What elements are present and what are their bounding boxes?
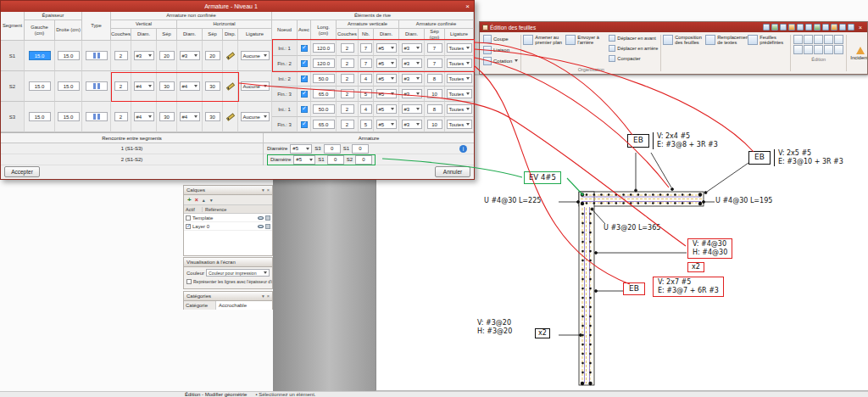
- rive-nb-input[interactable]: 4: [360, 74, 372, 83]
- confine-diam-select[interactable]: #3: [402, 59, 422, 68]
- vertical-couches-input[interactable]: 2: [114, 81, 128, 91]
- horizontal-diam-select[interactable]: #4: [180, 81, 200, 91]
- couleur-select[interactable]: Couleur pour impression: [206, 269, 270, 277]
- incidents-group[interactable]: Incidents: [848, 33, 867, 73]
- thickness-checkbox[interactable]: [186, 279, 192, 284]
- confine-sep-input[interactable]: 7: [427, 59, 442, 68]
- sheet-composition-button[interactable]: Composition des feuilles: [662, 33, 704, 73]
- confine-sep-input[interactable]: 7: [427, 43, 442, 53]
- circle-tool-icon[interactable]: [824, 35, 833, 44]
- rive-diam-select[interactable]: #5: [376, 59, 397, 68]
- confine-diam-select[interactable]: #3: [402, 43, 422, 53]
- collapse-icon[interactable]: ▾: [262, 187, 264, 193]
- disposition-edit-icon[interactable]: [225, 52, 234, 59]
- layer-active-checkbox[interactable]: [186, 224, 191, 229]
- rotate-tool-icon[interactable]: [834, 35, 843, 44]
- gauche-input[interactable]: 15.0: [29, 81, 51, 91]
- add-layer-icon[interactable]: +: [187, 196, 192, 204]
- mirror-tool-icon[interactable]: [814, 45, 823, 54]
- move-up-icon[interactable]: ▲: [202, 198, 206, 203]
- rive-couches-input[interactable]: 2: [341, 74, 354, 83]
- cancel-button[interactable]: Annuler: [435, 166, 470, 177]
- vertical-diam-select[interactable]: #4: [134, 112, 154, 121]
- titlebar-tool-icon[interactable]: [797, 24, 804, 31]
- rencontre-row-label[interactable]: 1 (S1-S3): [1, 143, 263, 154]
- droite-input[interactable]: 15.0: [58, 112, 80, 121]
- titlebar-tool-icon[interactable]: [831, 24, 837, 31]
- rencontre-value-input[interactable]: 0: [327, 155, 344, 165]
- layer-active-checkbox[interactable]: [186, 215, 191, 221]
- sheets-window-titlebar[interactable]: Édition des feuilles ×: [480, 22, 867, 32]
- disposition-edit-icon[interactable]: [225, 82, 234, 90]
- ligature-select[interactable]: Aucune: [241, 51, 270, 60]
- measure-tool-icon[interactable]: [834, 45, 843, 54]
- layer-row-template[interactable]: Template: [184, 214, 272, 222]
- horizontal-sep-input[interactable]: 20: [205, 51, 220, 60]
- move-backward-button[interactable]: Déplacer en arrière: [607, 43, 659, 53]
- liaison-button[interactable]: Liaison: [481, 44, 520, 55]
- rive-diam-select[interactable]: #5: [376, 43, 397, 53]
- titlebar-tool-icon[interactable]: [771, 24, 778, 31]
- confine-diam-select[interactable]: #3: [402, 120, 422, 129]
- send-to-back-button[interactable]: Envoyer à l'arrière: [565, 33, 607, 66]
- layer-row-layer0[interactable]: Layer 0: [184, 222, 272, 231]
- long-input[interactable]: 120.0: [313, 43, 335, 53]
- confine-sep-input[interactable]: 8: [427, 104, 442, 114]
- gauche-input[interactable]: 15.0: [29, 112, 51, 121]
- confine-ligature-select[interactable]: Toutes: [447, 104, 472, 114]
- confine-diam-select[interactable]: #3: [402, 89, 422, 98]
- categories-panel-header[interactable]: Catégories ▾×: [184, 292, 272, 301]
- confine-sep-input[interactable]: 8: [427, 74, 442, 83]
- rive-diam-select[interactable]: #5: [376, 104, 397, 114]
- vertical-diam-select[interactable]: #3: [134, 51, 154, 60]
- close-icon[interactable]: ×: [267, 294, 270, 299]
- rive-couches-input[interactable]: 2: [341, 104, 354, 114]
- disposition-edit-icon[interactable]: [225, 113, 234, 120]
- wall-vertical[interactable]: [579, 192, 594, 385]
- titlebar-tool-icon[interactable]: [763, 24, 770, 31]
- horizontal-sep-input[interactable]: 30: [205, 81, 220, 91]
- rive-diam-select[interactable]: #5: [376, 74, 397, 83]
- rive-nb-input[interactable]: 5: [360, 89, 372, 98]
- visibility-icon[interactable]: [258, 216, 264, 220]
- vertical-couches-input[interactable]: 2: [114, 112, 128, 121]
- avec-checkbox[interactable]: [301, 106, 308, 113]
- categorie-value[interactable]: Accrochable: [216, 303, 272, 308]
- rive-couches-input[interactable]: 2: [341, 89, 354, 98]
- armature-dialog-titlebar[interactable]: Armature - Niveau 1 ×: [1, 1, 474, 12]
- titlebar-tool-icon[interactable]: [848, 24, 854, 31]
- draw-tool-icon[interactable]: [793, 35, 803, 44]
- ligature-select[interactable]: Aucune: [241, 81, 270, 91]
- rencontre-row-label[interactable]: 2 (S1-S2): [1, 154, 263, 165]
- close-icon[interactable]: ×: [267, 187, 270, 193]
- vertical-couches-input[interactable]: 2: [114, 51, 128, 60]
- type-selector[interactable]: [86, 51, 108, 60]
- print-icon[interactable]: [265, 215, 270, 221]
- coupe-button[interactable]: Coupe: [481, 33, 520, 44]
- horizontal-diam-select[interactable]: #3: [180, 51, 200, 60]
- text-replacement-button[interactable]: Remplacement de textes: [704, 33, 747, 73]
- confine-ligature-select[interactable]: Toutes: [447, 89, 472, 98]
- layers-panel-header[interactable]: Calques ▾×: [184, 186, 272, 195]
- long-input[interactable]: 65.0: [313, 89, 335, 98]
- erase-tool-icon[interactable]: [804, 35, 813, 44]
- droite-input[interactable]: 15.0: [58, 51, 80, 60]
- rencontre-value-input[interactable]: 0: [324, 144, 341, 154]
- type-selector[interactable]: [86, 112, 108, 121]
- horizontal-sep-input[interactable]: 30: [205, 112, 220, 121]
- vertical-diam-select[interactable]: #4: [134, 81, 154, 91]
- avec-checkbox[interactable]: [301, 45, 308, 52]
- predefined-sheets-button[interactable]: Feuilles prédéfinies: [747, 33, 789, 73]
- info-icon[interactable]: [459, 145, 467, 153]
- delete-layer-icon[interactable]: ×: [195, 197, 198, 203]
- long-input[interactable]: 120.0: [313, 59, 335, 68]
- diametre-select[interactable]: #5: [290, 144, 312, 154]
- move-tool-icon[interactable]: [793, 45, 803, 54]
- titlebar-tool-icon[interactable]: [805, 24, 812, 31]
- confine-sep-input[interactable]: 10: [427, 120, 442, 129]
- ligature-select[interactable]: Aucune: [241, 112, 270, 121]
- collapse-icon[interactable]: ▾: [262, 294, 264, 299]
- confine-ligature-select[interactable]: Toutes: [447, 120, 472, 129]
- avec-checkbox[interactable]: [301, 60, 308, 67]
- visibility-icon[interactable]: [258, 225, 264, 228]
